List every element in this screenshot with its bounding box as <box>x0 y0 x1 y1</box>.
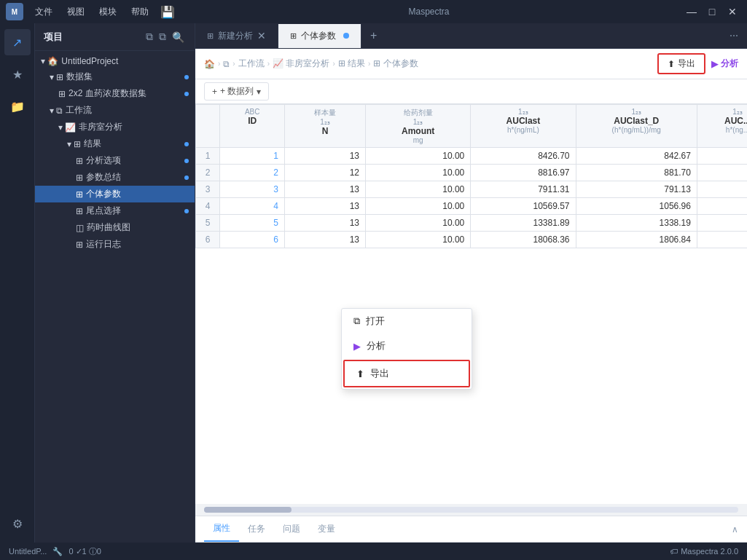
tree-item-individual-params[interactable]: ⊞ 个体参数 <box>35 186 195 202</box>
bottom-tab-variables[interactable]: 变量 <box>309 517 344 541</box>
col-header-id[interactable]: ABC ID <box>220 105 285 148</box>
breadcrumb-workflow[interactable]: ⧉ <box>223 59 230 69</box>
scrollbar-thumb[interactable] <box>204 507 292 513</box>
cell-n: 13 <box>285 181 366 198</box>
tab-individual-params-label: 个体参数 <box>301 30 336 42</box>
table-row[interactable]: 3 3 13 10.00 7911.31 791.13 <box>196 181 748 198</box>
endpoint-icon: ⊞ <box>76 206 83 216</box>
statusbar-right: 🏷 Maspectra 2.0.0 <box>670 547 738 556</box>
star-sidebar-icon[interactable]: ★ <box>4 61 31 87</box>
table-row[interactable]: 5 5 13 10.00 13381.89 1338.19 <box>196 215 748 232</box>
cell-id[interactable]: 1 <box>220 148 285 165</box>
export-button[interactable]: ⬆ 导出 <box>657 53 705 74</box>
table-row[interactable]: 6 6 13 10.00 18068.36 1806.84 <box>196 232 748 248</box>
tab-new-analysis[interactable]: ⊞ 新建分析 ✕ <box>195 24 278 48</box>
maximize-button[interactable]: □ <box>703 3 721 20</box>
panel-action-2[interactable]: ⧉ <box>157 29 168 44</box>
context-menu-export[interactable]: ⬆ 导出 <box>343 360 470 387</box>
folder-sidebar-icon[interactable]: 📁 <box>4 93 31 119</box>
export-icon: ⬆ <box>668 59 675 69</box>
panel-search[interactable]: 🔍 <box>171 29 186 44</box>
context-menu-analyze[interactable]: ▶ 分析 <box>342 334 472 358</box>
panel-action-1[interactable]: ⧉ <box>144 29 155 44</box>
endpoint-dot <box>184 209 189 213</box>
tree-item-pk-curve[interactable]: ◫ 药时曲线图 <box>35 219 195 236</box>
tab-bar: ⊞ 新建分析 ✕ ⊞ 个体参数 + ⋯ <box>195 23 747 49</box>
add-column-button[interactable]: + + 数据列 ▾ <box>204 82 269 100</box>
table-row[interactable]: 4 4 13 10.00 10569.57 1056.96 <box>196 198 748 215</box>
add-column-chevron: ▾ <box>257 87 261 97</box>
cell-id[interactable]: 6 <box>220 232 285 248</box>
breadcrumb-home[interactable]: 🏠 <box>204 59 215 69</box>
cell-auc <box>697 181 747 198</box>
cell-auclast-d: 842.67 <box>576 148 697 165</box>
breadcrumb-results[interactable]: ⊞ 结果 <box>338 58 365 70</box>
status-stats: 0 ✓1 ⓘ0 <box>69 546 101 557</box>
col-header-auc[interactable]: 1₂₃ AUC... h*(ng... <box>697 105 747 148</box>
tab-individual-params[interactable]: ⊞ 个体参数 <box>278 24 361 48</box>
tree-item-run-log[interactable]: ⊞ 运行日志 <box>35 236 195 253</box>
window-controls: — □ ✕ <box>683 3 741 20</box>
settings-sidebar-icon[interactable]: ⚙ <box>4 510 31 537</box>
cell-id[interactable]: 2 <box>220 165 285 181</box>
col-header-auclast-d[interactable]: 1₂₃ AUClast_D (h*(ng/mL))/mg <box>576 105 697 148</box>
bottom-tab-properties[interactable]: 属性 <box>204 516 239 542</box>
cell-id[interactable]: 4 <box>220 198 285 215</box>
tree-item-endpoint[interactable]: ⊞ 尾点选择 <box>35 202 195 219</box>
menu-file[interactable]: 文件 <box>29 4 58 20</box>
context-menu-open[interactable]: ⧉ 打开 <box>342 309 472 334</box>
tab-more-button[interactable]: ⋯ <box>721 25 747 47</box>
analyze-button[interactable]: ▶ 分析 <box>711 53 738 74</box>
horizontal-scrollbar[interactable] <box>204 507 738 513</box>
col-header-auclast[interactable]: 1₂₃ AUClast h*(ng/mL) <box>471 105 576 148</box>
col-header-amount[interactable]: 给药剂量 1₂₃ Amount mg <box>366 105 471 148</box>
context-menu-analyze-icon: ▶ <box>353 341 361 352</box>
minimize-button[interactable]: — <box>683 3 700 20</box>
col-header-N[interactable]: 样本量 1₂₃ N <box>285 105 366 148</box>
dataset-label: 数据集 <box>66 71 181 83</box>
menu-module[interactable]: 模块 <box>93 4 122 20</box>
table-row[interactable]: 1 1 13 10.00 8426.70 842.67 <box>196 148 748 165</box>
menu-help[interactable]: 帮助 <box>125 4 155 20</box>
bottom-collapse-button[interactable]: ∧ <box>732 524 738 535</box>
breadcrumb-actions: ⬆ 导出 ▶ 分析 <box>657 53 738 74</box>
pk-curve-icon: ◫ <box>76 223 84 233</box>
cell-n: 13 <box>285 232 366 248</box>
tree-item-param-summary[interactable]: ⊞ 参数总结 <box>35 169 195 186</box>
cell-id[interactable]: 5 <box>220 215 285 232</box>
breadcrumb-nca[interactable]: 工作流 <box>238 58 265 70</box>
close-button[interactable]: ✕ <box>724 3 741 20</box>
cell-id[interactable]: 3 <box>220 181 285 198</box>
tree-item-results[interactable]: ▾ ⊞ 结果 <box>35 135 195 152</box>
col-N-sub: 样本量 <box>291 108 359 118</box>
nav-sidebar-icon[interactable]: ↗ <box>4 29 31 55</box>
tree-item-analysis-options[interactable]: ⊞ 分析选项 <box>35 152 195 169</box>
cell-auc <box>697 165 747 181</box>
breadcrumb-individual[interactable]: ⊞ 个体参数 <box>373 58 418 70</box>
tree-item-project[interactable]: ▾ 🏠 UntitledProject <box>35 54 195 68</box>
menu-view[interactable]: 视图 <box>61 4 90 20</box>
cell-amount: 10.00 <box>366 215 471 232</box>
individual-params-icon: ⊞ <box>76 189 83 200</box>
context-menu-export-icon: ⬆ <box>356 368 364 379</box>
tree-item-dataset[interactable]: ▾ ⊞ 数据集 <box>35 68 195 85</box>
table-row[interactable]: 2 2 12 10.00 8816.97 881.70 <box>196 165 748 181</box>
save-button[interactable]: 💾 <box>160 5 175 19</box>
tree-item-data-file[interactable]: ⊞ 2x2 血药浓度数据集 <box>35 85 195 102</box>
export-label: 导出 <box>678 58 695 70</box>
bottom-tab-tasks[interactable]: 任务 <box>239 517 274 541</box>
tree-item-nca[interactable]: ▾ 📈 非房室分析 <box>35 119 195 135</box>
breadcrumb-sep-1: › <box>218 60 220 68</box>
bottom-tab-issues[interactable]: 问题 <box>274 517 309 541</box>
tab-new-analysis-close[interactable]: ✕ <box>257 30 266 42</box>
breadcrumb-nca-analysis[interactable]: 📈 非房室分析 <box>273 58 329 70</box>
tab-add-button[interactable]: + <box>361 23 386 48</box>
col-N-type: 1₂₃ <box>291 118 359 126</box>
col-auc-type: 1₂₃ <box>703 108 747 116</box>
col-auclast-label: AUClast <box>477 116 569 126</box>
add-column-label: + 数据列 <box>220 85 254 98</box>
tab-dot <box>343 33 349 39</box>
data-file-dot <box>184 92 189 96</box>
tree-item-workflow[interactable]: ▾ ⧉ 工作流 <box>35 102 195 119</box>
individual-params-label: 个体参数 <box>86 188 189 200</box>
